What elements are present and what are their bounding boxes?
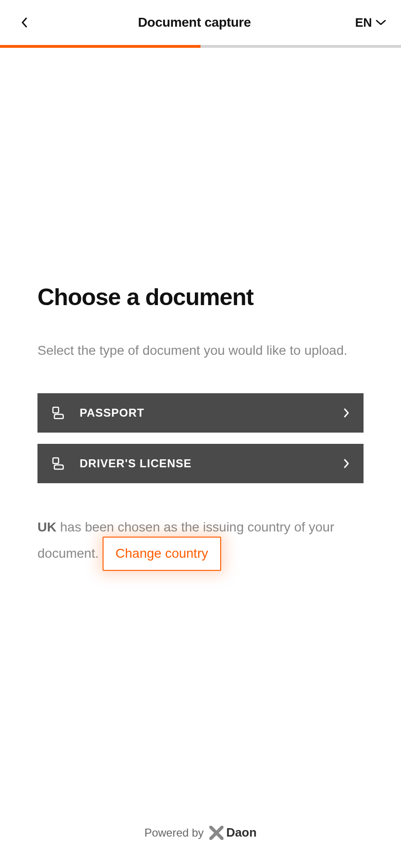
- page-title: Choose a document: [37, 284, 364, 311]
- daon-logo: Daon: [209, 825, 257, 840]
- id-card-icon: [52, 456, 67, 471]
- chevron-right-icon: [344, 459, 349, 468]
- change-country-link[interactable]: Change country: [103, 537, 222, 571]
- footer: Powered by Daon: [0, 807, 401, 868]
- language-selector[interactable]: EN: [355, 15, 386, 30]
- passport-button[interactable]: PASSPORT: [37, 393, 364, 433]
- chevron-down-icon: [376, 19, 386, 26]
- progress-bar: [0, 45, 401, 48]
- chevron-right-icon: [344, 408, 349, 418]
- page-header-title: Document capture: [138, 15, 251, 30]
- chevron-left-icon: [21, 17, 28, 28]
- description-text: Select the type of document you would li…: [37, 341, 364, 360]
- passport-label: PASSPORT: [80, 406, 344, 419]
- id-card-icon: [52, 405, 67, 420]
- drivers-license-button[interactable]: DRIVER'S LICENSE: [37, 444, 364, 483]
- powered-by-label: Powered by: [144, 826, 204, 839]
- progress-fill: [0, 45, 200, 48]
- main-content: Choose a document Select the type of doc…: [0, 48, 401, 807]
- daon-brand-text: Daon: [226, 825, 257, 840]
- svg-rect-1: [53, 458, 59, 464]
- country-code: UK: [37, 520, 56, 534]
- drivers-license-label: DRIVER'S LICENSE: [80, 457, 344, 470]
- svg-rect-0: [53, 407, 59, 413]
- x-icon: [209, 826, 223, 840]
- language-label: EN: [355, 15, 372, 30]
- header: Document capture EN: [0, 0, 401, 45]
- back-button[interactable]: [15, 13, 34, 32]
- country-info-text: UK has been chosen as the issuing countr…: [37, 518, 364, 571]
